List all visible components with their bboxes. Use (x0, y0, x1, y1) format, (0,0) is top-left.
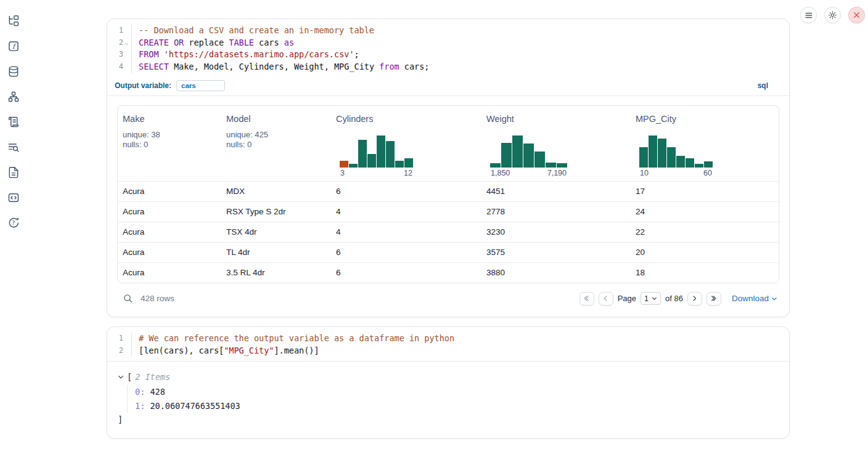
sql-code-editor[interactable]: 1-- Download a CSV and create an in-memo… (107, 19, 789, 78)
stat-line: unique: 425 (226, 130, 331, 140)
histogram-bar (639, 147, 648, 168)
axis-max-label: 12 (404, 169, 412, 177)
chevron-right-icon (691, 295, 698, 302)
sidebar-item-logs[interactable] (6, 139, 22, 155)
code-text: FROM 'https://datasets.marimo.app/cars.c… (132, 49, 359, 61)
entry-value: 20.060747663551403 (145, 401, 240, 411)
histogram-bar (649, 136, 657, 168)
fold-chevron-icon[interactable]: ⌄ (123, 37, 130, 49)
table-cell: 6 (331, 268, 481, 277)
marimo-notebook: f ? (0, 0, 868, 449)
histogram-axis-labels: 1,8507,190 (490, 169, 567, 177)
first-page-button[interactable] (579, 292, 594, 305)
column-header-weight[interactable]: Weight1,8507,190 (481, 106, 631, 181)
output-variable-input[interactable] (176, 80, 225, 91)
dependency-graph-icon (7, 91, 20, 103)
histogram-bar (386, 141, 395, 168)
table-cell: Acura (118, 248, 221, 257)
histogram: 312 (340, 136, 413, 177)
histogram-bar (676, 156, 685, 168)
collapse-toggle-icon[interactable] (118, 374, 124, 380)
table-cell: 22 (631, 227, 779, 237)
table-cell: Acura (118, 227, 221, 237)
output-variable-row: Output variable: sql (107, 78, 789, 96)
line-number: 1 (119, 25, 123, 37)
chevron-left-icon (602, 295, 609, 302)
histogram-bar (658, 139, 666, 168)
stat-line: nulls: 0 (226, 140, 331, 150)
histogram-bar (534, 152, 545, 168)
column-header-model[interactable]: Modelunique: 425nulls: 0 (221, 106, 331, 181)
column-stats: unique: 425nulls: 0 (226, 130, 331, 150)
code-token: ].mean()] (274, 346, 319, 355)
tree-entry: 1: 20.060747663551403 (135, 399, 779, 413)
sidebar-item-help[interactable]: ? (6, 215, 22, 231)
sidebar-item-variables[interactable]: f (6, 38, 22, 54)
function-icon: f (7, 40, 20, 52)
next-page-button[interactable] (687, 292, 702, 305)
histogram-bar (340, 161, 348, 168)
menu-button[interactable] (800, 7, 817, 23)
file-tree-icon (7, 15, 20, 27)
log-search-icon (7, 141, 20, 153)
sql-output-area: Makeunique: 38nulls: 0Modelunique: 425nu… (107, 96, 789, 315)
menu-icon (805, 11, 813, 20)
code-token: as (284, 38, 294, 47)
svg-text:?: ? (12, 219, 15, 226)
axis-max-label: 60 (703, 169, 712, 177)
code-token: TABLE (229, 38, 254, 47)
histogram-bar (523, 144, 534, 168)
code-token: FROM (139, 49, 159, 59)
code-token: OR (174, 38, 184, 47)
histogram: 1060 (639, 136, 713, 177)
python-code-editor[interactable]: 1# We can reference the output variable … (107, 327, 789, 362)
histogram: 1,8507,190 (490, 136, 567, 177)
search-icon (123, 293, 133, 304)
sidebar-item-file-explorer[interactable] (6, 13, 22, 29)
page-select[interactable]: 1 (641, 292, 661, 305)
code-token: -- Download a CSV and create an in-memor… (139, 25, 374, 35)
code-token: replace (184, 38, 229, 47)
table-header-row: Makeunique: 38nulls: 0Modelunique: 425nu… (118, 106, 779, 181)
line-number: 2 (119, 37, 123, 49)
code-line: 1# We can reference the output variable … (107, 333, 789, 345)
column-header-mpg_city[interactable]: MPG_City1060 (631, 106, 779, 181)
code-token: 'https://datasets.marimo.app/cars.csv' (164, 49, 354, 59)
sidebar-item-datasources[interactable] (6, 63, 22, 79)
table-body: AcuraMDX6445117AcuraRSX Type S 2dr427782… (118, 181, 779, 283)
sidebar-item-documentation[interactable] (6, 164, 22, 180)
sidebar-item-dependency-graph[interactable] (6, 89, 22, 105)
table-cell: 17 (631, 187, 779, 196)
code-token: "MPG_City" (224, 346, 274, 355)
code-text: # We can reference the output variable a… (132, 333, 454, 345)
tree-entry: 0: 428 (135, 385, 779, 399)
settings-button[interactable] (824, 7, 841, 23)
column-header-make[interactable]: Makeunique: 38nulls: 0 (118, 106, 221, 181)
last-page-button[interactable] (706, 292, 721, 305)
entry-key: 0: (135, 387, 145, 397)
prev-page-button[interactable] (599, 292, 613, 305)
close-icon (853, 11, 861, 19)
table-row: Acura3.5 RL 4dr6388018 (118, 262, 779, 283)
download-button[interactable]: Download (732, 294, 777, 303)
sidebar-item-scratchpad[interactable] (6, 114, 22, 130)
items-count-label: 2 Items (135, 372, 170, 382)
code-text: CREATE OR replace TABLE cars as (132, 37, 294, 49)
code-text: SELECT Make, Model, Cylinders, Weight, M… (132, 61, 429, 73)
python-output: [ 2 Items 0: 4281: 20.060747663551403 ] (107, 362, 789, 424)
axis-min-label: 3 (340, 169, 345, 177)
total-pages-label: of 86 (665, 294, 683, 303)
close-bracket: ] (118, 415, 779, 424)
column-header-cylinders[interactable]: Cylinders312 (331, 106, 481, 181)
line-number: 3 (119, 49, 123, 61)
table-cell: 2778 (481, 207, 631, 216)
table-search-button[interactable] (123, 293, 133, 304)
sidebar-item-snippets[interactable] (6, 190, 22, 206)
histogram-bar (349, 164, 358, 168)
shutdown-button[interactable] (848, 7, 865, 23)
table-cell: 3230 (481, 227, 631, 237)
row-count: 428 rows (141, 294, 174, 303)
code-token (169, 38, 174, 47)
column-label: Model (226, 114, 331, 124)
table-row: AcuraRSX Type S 2dr4277824 (118, 201, 779, 222)
